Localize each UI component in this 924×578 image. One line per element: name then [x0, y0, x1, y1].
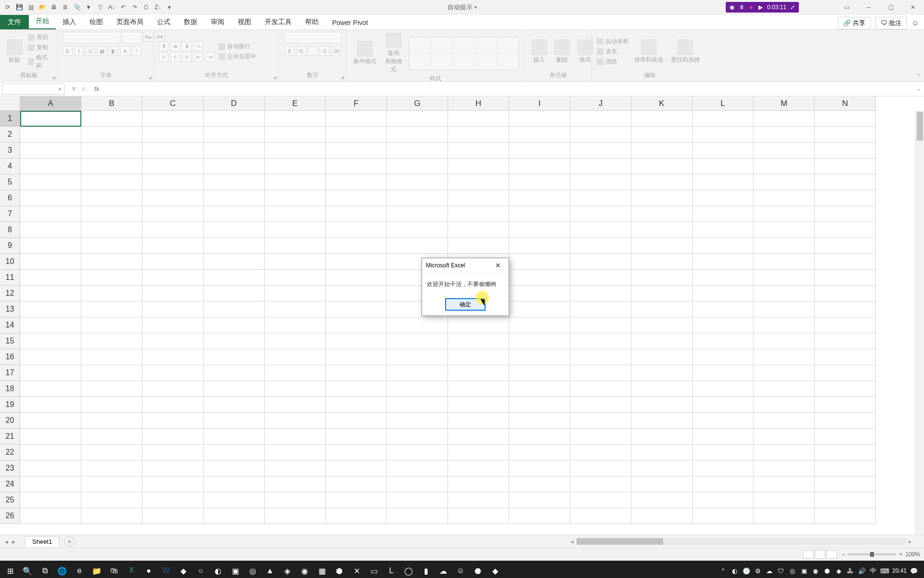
col-header-G[interactable]: G — [387, 96, 448, 111]
cell-C22[interactable] — [142, 445, 204, 460]
cell-M18[interactable] — [754, 381, 815, 397]
cell-L14[interactable] — [693, 317, 754, 333]
row-header-1[interactable]: 1 — [0, 111, 20, 127]
cell-J20[interactable] — [570, 413, 631, 429]
cell-I17[interactable] — [509, 365, 570, 381]
copy-button[interactable]: 复制 — [28, 43, 52, 52]
align-bottom-icon[interactable]: ⬇ — [182, 41, 192, 51]
cell-D10[interactable] — [204, 254, 265, 270]
cell-K16[interactable] — [631, 349, 693, 365]
cell-K15[interactable] — [631, 333, 693, 349]
cell-G1[interactable] — [387, 111, 448, 127]
cell-J19[interactable] — [570, 397, 631, 413]
tray-icon-10[interactable]: ◆ — [834, 566, 843, 575]
cell-M2[interactable] — [754, 127, 815, 143]
cell-K2[interactable] — [631, 127, 693, 143]
tray-up-icon[interactable]: ⌃ — [719, 566, 728, 575]
cell-E17[interactable] — [265, 365, 326, 381]
col-header-F[interactable]: F — [326, 96, 387, 111]
cell-K6[interactable] — [631, 190, 693, 206]
col-header-A[interactable]: A — [20, 96, 81, 111]
cell-B7[interactable] — [81, 206, 142, 222]
cell-A21[interactable] — [20, 429, 81, 445]
cell-K24[interactable] — [631, 476, 693, 492]
cell-C8[interactable] — [142, 222, 204, 238]
cell-B6[interactable] — [81, 190, 142, 206]
cell-K11[interactable] — [631, 270, 693, 286]
cell-J17[interactable] — [570, 365, 631, 381]
tray-clock[interactable]: 20:41 — [892, 567, 907, 574]
cell-H23[interactable] — [448, 460, 509, 476]
dialog-ok-button[interactable]: 确定 — [445, 298, 486, 311]
cell-G4[interactable] — [387, 158, 448, 174]
cell-I11[interactable] — [509, 270, 570, 286]
cell-L20[interactable] — [693, 413, 754, 429]
task-view-icon[interactable]: ⧉ — [37, 563, 53, 578]
cell-D24[interactable] — [204, 476, 265, 492]
cell-N26[interactable] — [815, 508, 876, 524]
cell-N15[interactable] — [815, 333, 876, 349]
cell-C9[interactable] — [142, 238, 204, 254]
ie-icon[interactable]: e — [71, 563, 88, 578]
cell-C24[interactable] — [142, 476, 204, 492]
cell-K19[interactable] — [631, 397, 693, 413]
row-header-18[interactable]: 18 — [0, 381, 20, 397]
cell-D3[interactable] — [204, 143, 265, 158]
cell-I7[interactable] — [509, 206, 570, 222]
cell-M25[interactable] — [754, 492, 815, 508]
cell-B17[interactable] — [81, 365, 142, 381]
cell-I1[interactable] — [509, 111, 570, 127]
cell-K9[interactable] — [631, 238, 693, 254]
app-icon-1[interactable]: ● — [141, 563, 157, 578]
cell-L8[interactable] — [693, 222, 754, 238]
row-header-20[interactable]: 20 — [0, 413, 20, 429]
cell-H19[interactable] — [448, 397, 509, 413]
cell-F22[interactable] — [326, 445, 387, 460]
indent-inc-icon[interactable]: ⇥ — [205, 52, 215, 62]
row-header-14[interactable]: 14 — [0, 317, 20, 333]
cell-M17[interactable] — [754, 365, 815, 381]
cell-N8[interactable] — [815, 222, 876, 238]
cell-J10[interactable] — [570, 254, 631, 270]
indent-dec-icon[interactable]: ⇤ — [193, 52, 203, 62]
cell-E18[interactable] — [265, 381, 326, 397]
cell-D13[interactable] — [204, 302, 265, 317]
cell-F17[interactable] — [326, 365, 387, 381]
fill-color-button[interactable]: ◧ — [109, 46, 118, 56]
col-header-L[interactable]: L — [693, 96, 754, 111]
cells-area[interactable] — [20, 111, 876, 524]
preview-icon[interactable]: 🗎 — [62, 3, 69, 11]
cell-G22[interactable] — [387, 445, 448, 460]
cell-B26[interactable] — [81, 508, 142, 524]
cell-F4[interactable] — [326, 158, 387, 174]
col-header-N[interactable]: N — [815, 96, 876, 111]
row-header-8[interactable]: 8 — [0, 222, 20, 238]
cell-B4[interactable] — [81, 158, 142, 174]
cell-L19[interactable] — [693, 397, 754, 413]
cell-M10[interactable] — [754, 254, 815, 270]
cell-G9[interactable] — [387, 238, 448, 254]
bold-button[interactable]: B — [63, 46, 72, 56]
col-header-H[interactable]: H — [448, 96, 509, 111]
cell-H6[interactable] — [448, 190, 509, 206]
cell-K13[interactable] — [631, 302, 693, 317]
cell-K7[interactable] — [631, 206, 693, 222]
cell-K4[interactable] — [631, 158, 693, 174]
cell-N18[interactable] — [815, 381, 876, 397]
cell-J12[interactable] — [570, 286, 631, 302]
cell-F12[interactable] — [326, 286, 387, 302]
cell-N20[interactable] — [815, 413, 876, 429]
app-icon-6[interactable]: ◎ — [244, 563, 261, 578]
cell-H3[interactable] — [448, 143, 509, 158]
print-icon[interactable]: 🖶 — [50, 3, 58, 11]
cell-J4[interactable] — [570, 158, 631, 174]
comma-icon[interactable]: , — [308, 46, 318, 56]
cell-J2[interactable] — [570, 127, 631, 143]
cell-N16[interactable] — [815, 349, 876, 365]
cell-G18[interactable] — [387, 381, 448, 397]
cell-D2[interactable] — [204, 127, 265, 143]
edge-icon[interactable]: 🌐 — [54, 563, 70, 578]
filter2-icon[interactable]: ▽ — [96, 3, 104, 11]
tab-layout[interactable]: 页面布局 — [110, 15, 150, 29]
cell-N22[interactable] — [815, 445, 876, 460]
